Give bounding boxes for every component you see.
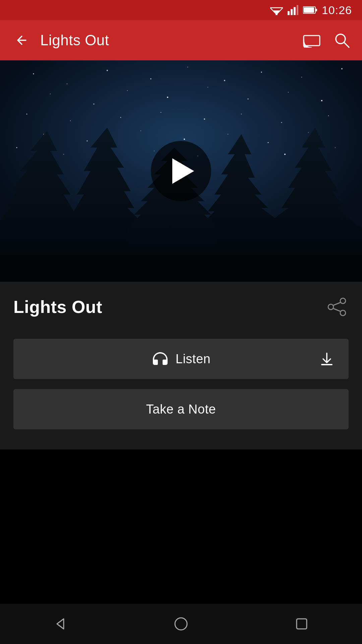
- svg-point-49: [63, 154, 64, 155]
- svg-marker-63: [57, 619, 64, 629]
- svg-rect-7: [297, 5, 298, 15]
- download-button[interactable]: [318, 351, 335, 367]
- battery-icon: [303, 6, 317, 14]
- take-note-button[interactable]: Take a Note: [13, 389, 349, 429]
- svg-rect-6: [294, 7, 296, 15]
- app-bar-actions: [302, 30, 352, 50]
- svg-point-17: [67, 84, 67, 84]
- signal-icon: [288, 5, 298, 15]
- nav-recents-button[interactable]: [288, 610, 315, 637]
- page-title: Lights Out: [40, 32, 295, 49]
- content-header: Lights Out: [13, 295, 349, 319]
- download-icon: [318, 351, 335, 367]
- svg-point-46: [268, 142, 269, 143]
- svg-point-30: [248, 99, 249, 100]
- listen-button[interactable]: Listen: [13, 339, 349, 379]
- svg-rect-4: [288, 11, 290, 15]
- svg-point-44: [184, 139, 185, 140]
- svg-point-20: [187, 67, 188, 67]
- svg-point-57: [340, 298, 346, 304]
- svg-point-28: [167, 97, 168, 98]
- svg-rect-56: [0, 255, 362, 282]
- svg-point-43: [140, 130, 141, 131]
- svg-point-23: [301, 77, 302, 77]
- svg-point-51: [154, 151, 155, 151]
- svg-rect-62: [321, 364, 333, 365]
- svg-point-29: [207, 87, 208, 88]
- content-section: Lights Out Listen Take a Note: [0, 282, 362, 449]
- wifi-icon: [270, 5, 283, 15]
- svg-point-36: [161, 112, 161, 113]
- svg-point-16: [33, 73, 34, 74]
- svg-point-47: [308, 132, 309, 133]
- svg-point-64: [175, 618, 187, 630]
- search-button[interactable]: [332, 30, 352, 50]
- svg-point-39: [281, 122, 282, 123]
- nav-bar: [0, 604, 362, 644]
- share-icon: [327, 297, 347, 317]
- svg-line-14: [344, 42, 349, 47]
- svg-point-26: [94, 104, 95, 105]
- share-button[interactable]: [325, 295, 349, 319]
- svg-point-35: [120, 117, 121, 118]
- svg-point-22: [261, 72, 262, 73]
- status-icons: 10:26: [270, 4, 352, 17]
- svg-point-31: [288, 92, 289, 93]
- svg-point-24: [341, 68, 343, 69]
- svg-rect-10: [304, 7, 314, 13]
- svg-point-45: [228, 134, 228, 135]
- svg-line-60: [334, 303, 340, 305]
- headphones-icon: [152, 350, 169, 368]
- svg-rect-65: [297, 619, 307, 629]
- svg-point-27: [127, 90, 128, 91]
- status-time: 10:26: [322, 4, 352, 17]
- svg-point-55: [335, 147, 336, 148]
- svg-point-38: [241, 114, 242, 114]
- svg-point-19: [150, 78, 152, 79]
- svg-rect-5: [291, 9, 293, 15]
- svg-point-59: [340, 310, 346, 316]
- svg-point-21: [224, 80, 225, 81]
- svg-point-18: [107, 70, 108, 71]
- svg-line-61: [334, 309, 340, 311]
- svg-point-33: [26, 114, 27, 115]
- video-thumbnail[interactable]: [0, 60, 362, 282]
- play-icon: [172, 158, 194, 184]
- status-bar: 10:26: [0, 0, 362, 20]
- app-bar: Lights Out: [0, 20, 362, 60]
- nav-back-button[interactable]: [47, 610, 74, 637]
- svg-point-41: [43, 134, 44, 135]
- svg-rect-9: [315, 9, 317, 11]
- play-button[interactable]: [151, 141, 211, 201]
- svg-point-25: [50, 94, 51, 94]
- cast-button[interactable]: [302, 30, 322, 50]
- listen-label: Listen: [176, 352, 210, 366]
- svg-point-48: [16, 147, 17, 148]
- svg-point-32: [321, 100, 322, 101]
- note-label: Take a Note: [146, 402, 216, 417]
- svg-point-40: [328, 115, 329, 116]
- svg-point-34: [70, 120, 71, 121]
- svg-point-54: [284, 154, 286, 155]
- svg-point-58: [328, 304, 334, 310]
- svg-point-37: [204, 118, 205, 120]
- svg-point-42: [87, 141, 88, 142]
- back-button[interactable]: [10, 29, 34, 52]
- nav-home-button[interactable]: [168, 610, 194, 637]
- content-title: Lights Out: [13, 297, 102, 317]
